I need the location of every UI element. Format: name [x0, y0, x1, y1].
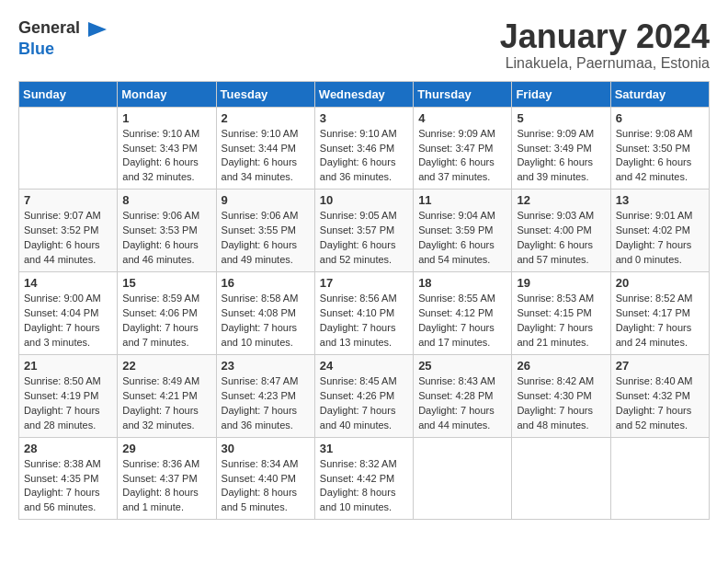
- calendar-cell: [512, 437, 610, 520]
- day-number: 20: [616, 276, 704, 290]
- day-number: 18: [418, 276, 506, 290]
- calendar-week-row: 28Sunrise: 8:38 AMSunset: 4:35 PMDayligh…: [19, 437, 710, 520]
- cell-info: Sunrise: 9:10 AMSunset: 3:44 PMDaylight:…: [222, 127, 310, 186]
- calendar-cell: 23Sunrise: 8:47 AMSunset: 4:23 PMDayligh…: [216, 354, 314, 437]
- calendar-cell: 25Sunrise: 8:43 AMSunset: 4:28 PMDayligh…: [414, 354, 512, 437]
- day-number: 28: [24, 442, 112, 455]
- day-number: 9: [222, 193, 310, 207]
- weekday-header-monday: Monday: [118, 81, 216, 107]
- cell-info: Sunrise: 8:34 AMSunset: 4:40 PMDaylight:…: [222, 457, 310, 516]
- calendar-cell: 30Sunrise: 8:34 AMSunset: 4:40 PMDayligh…: [216, 437, 314, 520]
- weekday-header-saturday: Saturday: [610, 81, 709, 107]
- calendar-week-row: 14Sunrise: 9:00 AMSunset: 4:04 PMDayligh…: [19, 272, 710, 355]
- day-number: 19: [517, 276, 605, 290]
- cell-info: Sunrise: 8:47 AMSunset: 4:23 PMDaylight:…: [222, 374, 310, 433]
- cell-info: Sunrise: 8:52 AMSunset: 4:17 PMDaylight:…: [616, 292, 704, 350]
- calendar-cell: 8Sunrise: 9:06 AMSunset: 3:53 PMDaylight…: [118, 190, 216, 272]
- day-number: 23: [222, 359, 310, 373]
- day-number: 2: [222, 111, 310, 125]
- calendar-cell: 6Sunrise: 9:08 AMSunset: 3:50 PMDaylight…: [610, 107, 709, 190]
- cell-info: Sunrise: 8:32 AMSunset: 4:42 PMDaylight:…: [320, 457, 408, 516]
- svg-marker-0: [88, 22, 107, 37]
- cell-info: Sunrise: 8:43 AMSunset: 4:28 PMDaylight:…: [418, 374, 506, 433]
- calendar-cell: 24Sunrise: 8:45 AMSunset: 4:26 PMDayligh…: [314, 354, 413, 437]
- cell-info: Sunrise: 9:01 AMSunset: 4:02 PMDaylight:…: [616, 209, 704, 268]
- calendar-cell: 15Sunrise: 8:59 AMSunset: 4:06 PMDayligh…: [118, 272, 216, 355]
- calendar-cell: 29Sunrise: 8:36 AMSunset: 4:37 PMDayligh…: [118, 437, 216, 520]
- weekday-header-thursday: Thursday: [414, 81, 512, 107]
- day-number: 10: [320, 193, 408, 207]
- calendar-cell: 2Sunrise: 9:10 AMSunset: 3:44 PMDaylight…: [216, 107, 314, 190]
- cell-info: Sunrise: 8:49 AMSunset: 4:21 PMDaylight:…: [122, 374, 210, 433]
- cell-info: Sunrise: 9:09 AMSunset: 3:49 PMDaylight:…: [517, 127, 605, 186]
- cell-info: Sunrise: 9:10 AMSunset: 3:43 PMDaylight:…: [122, 127, 210, 186]
- day-number: 14: [24, 276, 112, 290]
- day-number: 31: [320, 442, 408, 455]
- day-number: 8: [122, 193, 210, 207]
- weekday-header-friday: Friday: [512, 81, 610, 107]
- day-number: 29: [122, 442, 210, 455]
- calendar-week-row: 7Sunrise: 9:07 AMSunset: 3:52 PMDaylight…: [19, 190, 710, 272]
- cell-info: Sunrise: 8:56 AMSunset: 4:10 PMDaylight:…: [320, 292, 408, 350]
- day-number: 6: [616, 111, 704, 125]
- calendar-cell: 11Sunrise: 9:04 AMSunset: 3:59 PMDayligh…: [414, 190, 512, 272]
- cell-info: Sunrise: 8:38 AMSunset: 4:35 PMDaylight:…: [24, 457, 112, 516]
- day-number: 15: [122, 276, 210, 290]
- day-number: 4: [418, 111, 506, 125]
- cell-info: Sunrise: 9:07 AMSunset: 3:52 PMDaylight:…: [24, 209, 112, 268]
- calendar-cell: [414, 437, 512, 520]
- calendar-cell: 16Sunrise: 8:58 AMSunset: 4:08 PMDayligh…: [216, 272, 314, 355]
- calendar-cell: 7Sunrise: 9:07 AMSunset: 3:52 PMDaylight…: [19, 190, 118, 272]
- calendar-cell: 21Sunrise: 8:50 AMSunset: 4:19 PMDayligh…: [19, 354, 118, 437]
- weekday-header-sunday: Sunday: [19, 81, 118, 107]
- cell-info: Sunrise: 9:10 AMSunset: 3:46 PMDaylight:…: [320, 127, 408, 186]
- calendar-cell: 12Sunrise: 9:03 AMSunset: 4:00 PMDayligh…: [512, 190, 610, 272]
- calendar-cell: 14Sunrise: 9:00 AMSunset: 4:04 PMDayligh…: [19, 272, 118, 355]
- calendar-cell: 17Sunrise: 8:56 AMSunset: 4:10 PMDayligh…: [314, 272, 413, 355]
- day-number: 16: [222, 276, 310, 290]
- cell-info: Sunrise: 9:09 AMSunset: 3:47 PMDaylight:…: [418, 127, 506, 186]
- cell-info: Sunrise: 8:36 AMSunset: 4:37 PMDaylight:…: [122, 457, 210, 516]
- cell-info: Sunrise: 9:04 AMSunset: 3:59 PMDaylight:…: [418, 209, 506, 268]
- calendar-cell: 10Sunrise: 9:05 AMSunset: 3:57 PMDayligh…: [314, 190, 413, 272]
- cell-info: Sunrise: 9:08 AMSunset: 3:50 PMDaylight:…: [616, 127, 704, 186]
- day-number: 24: [320, 359, 408, 373]
- calendar-body: 1Sunrise: 9:10 AMSunset: 3:43 PMDaylight…: [19, 107, 710, 520]
- calendar-table: SundayMondayTuesdayWednesdayThursdayFrid…: [18, 81, 710, 521]
- logo-text: General: [18, 18, 108, 40]
- month-title: January 2024: [500, 18, 710, 55]
- calendar-cell: 13Sunrise: 9:01 AMSunset: 4:02 PMDayligh…: [610, 190, 709, 272]
- cell-info: Sunrise: 9:03 AMSunset: 4:00 PMDaylight:…: [517, 209, 605, 268]
- day-number: 21: [24, 359, 112, 373]
- day-number: 30: [222, 442, 310, 455]
- cell-info: Sunrise: 8:58 AMSunset: 4:08 PMDaylight:…: [222, 292, 310, 350]
- calendar-cell: [19, 107, 118, 190]
- day-number: 11: [418, 193, 506, 207]
- day-number: 1: [122, 111, 210, 125]
- calendar-cell: 31Sunrise: 8:32 AMSunset: 4:42 PMDayligh…: [314, 437, 413, 520]
- cell-info: Sunrise: 9:06 AMSunset: 3:53 PMDaylight:…: [122, 209, 210, 268]
- calendar-cell: 3Sunrise: 9:10 AMSunset: 3:46 PMDaylight…: [314, 107, 413, 190]
- day-number: 27: [616, 359, 704, 373]
- calendar-cell: 20Sunrise: 8:52 AMSunset: 4:17 PMDayligh…: [610, 272, 709, 355]
- calendar-cell: 28Sunrise: 8:38 AMSunset: 4:35 PMDayligh…: [19, 437, 118, 520]
- calendar-cell: 26Sunrise: 8:42 AMSunset: 4:30 PMDayligh…: [512, 354, 610, 437]
- calendar-cell: 1Sunrise: 9:10 AMSunset: 3:43 PMDaylight…: [118, 107, 216, 190]
- logo-blue: Blue: [18, 40, 108, 57]
- day-number: 17: [320, 276, 408, 290]
- day-number: 22: [122, 359, 210, 373]
- day-number: 3: [320, 111, 408, 125]
- cell-info: Sunrise: 8:42 AMSunset: 4:30 PMDaylight:…: [517, 374, 605, 433]
- calendar-cell: 5Sunrise: 9:09 AMSunset: 3:49 PMDaylight…: [512, 107, 610, 190]
- calendar-week-row: 21Sunrise: 8:50 AMSunset: 4:19 PMDayligh…: [19, 354, 710, 437]
- calendar-week-row: 1Sunrise: 9:10 AMSunset: 3:43 PMDaylight…: [19, 107, 710, 190]
- cell-info: Sunrise: 8:45 AMSunset: 4:26 PMDaylight:…: [320, 374, 408, 433]
- calendar-cell: [610, 437, 709, 520]
- calendar-cell: 18Sunrise: 8:55 AMSunset: 4:12 PMDayligh…: [414, 272, 512, 355]
- day-number: 13: [616, 193, 704, 207]
- cell-info: Sunrise: 8:50 AMSunset: 4:19 PMDaylight:…: [24, 374, 112, 433]
- weekday-header-tuesday: Tuesday: [216, 81, 314, 107]
- page-header: General Blue January 2024 Linakuela, Pae…: [18, 18, 710, 72]
- day-number: 5: [517, 111, 605, 125]
- day-number: 26: [517, 359, 605, 373]
